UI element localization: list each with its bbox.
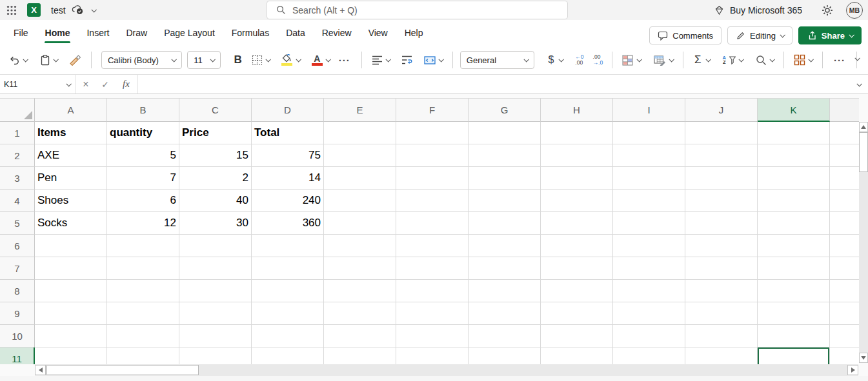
cell-A1[interactable]: Items <box>35 122 107 144</box>
cell-B5[interactable]: 12 <box>107 212 179 235</box>
tab-file[interactable]: File <box>5 21 37 44</box>
tab-data[interactable]: Data <box>278 21 314 44</box>
cell-A4[interactable]: Shoes <box>35 190 107 212</box>
cell-D10[interactable] <box>252 325 324 347</box>
cell-I10[interactable] <box>613 325 685 347</box>
cell-C6[interactable] <box>179 235 252 257</box>
tab-view[interactable]: View <box>360 21 396 44</box>
cell-E9[interactable] <box>324 302 396 325</box>
scroll-up-button[interactable] <box>859 122 868 132</box>
cell-H7[interactable] <box>541 257 613 280</box>
cell-K5[interactable] <box>758 212 830 235</box>
cell-J10[interactable] <box>685 325 758 347</box>
row-header-3[interactable]: 3 <box>0 167 35 190</box>
column-header-C[interactable]: C <box>179 98 252 122</box>
fill-color-button[interactable] <box>279 52 303 68</box>
cell-B10[interactable] <box>107 325 179 347</box>
cell-E6[interactable] <box>324 235 396 257</box>
column-header-F[interactable]: F <box>396 98 469 122</box>
cell-J11[interactable] <box>685 347 758 364</box>
cell-I1[interactable] <box>613 122 685 144</box>
cell-I2[interactable] <box>613 144 685 167</box>
number-format-select[interactable]: General <box>460 51 535 69</box>
row-header-1[interactable]: 1 <box>0 122 35 144</box>
cell-G10[interactable] <box>469 325 541 347</box>
cell-G3[interactable] <box>469 167 541 190</box>
undo-button[interactable] <box>6 52 30 68</box>
cell-A5[interactable]: Socks <box>35 212 107 235</box>
cell-C5[interactable]: 30 <box>179 212 252 235</box>
cell-K2[interactable] <box>758 144 830 167</box>
cell-F3[interactable] <box>396 167 469 190</box>
cell-D4[interactable]: 240 <box>252 190 324 212</box>
cell-C2[interactable]: 15 <box>179 144 252 167</box>
column-header-E[interactable]: E <box>324 98 396 122</box>
wrap-text-button[interactable] <box>399 52 415 68</box>
cell-K7[interactable] <box>758 257 830 280</box>
cell-J2[interactable] <box>685 144 758 167</box>
font-size-select[interactable]: 11 <box>187 51 220 69</box>
row-header-4[interactable]: 4 <box>0 190 35 212</box>
cell-I4[interactable] <box>613 190 685 212</box>
column-header-B[interactable]: B <box>107 98 179 122</box>
cell-I8[interactable] <box>613 280 685 302</box>
currency-format-button[interactable]: $ <box>543 52 565 68</box>
cell-B1[interactable]: quantity <box>107 122 179 144</box>
row-header-11[interactable]: 11 <box>0 347 35 364</box>
cell-J9[interactable] <box>685 302 758 325</box>
cell-H9[interactable] <box>541 302 613 325</box>
cell-A3[interactable]: Pen <box>35 167 107 190</box>
cell-F8[interactable] <box>396 280 469 302</box>
cell-K10[interactable] <box>758 325 830 347</box>
cell-F7[interactable] <box>396 257 469 280</box>
active-cell-K11[interactable] <box>758 347 830 364</box>
cell-I5[interactable] <box>613 212 685 235</box>
cell-B11[interactable] <box>107 347 179 364</box>
cell-E10[interactable] <box>324 325 396 347</box>
cell-J6[interactable] <box>685 235 758 257</box>
cell-J1[interactable] <box>685 122 758 144</box>
cell-D1[interactable]: Total <box>252 122 324 144</box>
column-header-G[interactable]: G <box>469 98 541 122</box>
column-header-D[interactable]: D <box>252 98 324 122</box>
cell-E4[interactable] <box>324 190 396 212</box>
cell-H1[interactable] <box>541 122 613 144</box>
cell-A10[interactable] <box>35 325 107 347</box>
cell-F2[interactable] <box>396 144 469 167</box>
row-header-5[interactable]: 5 <box>0 212 35 235</box>
cell-K9[interactable] <box>758 302 830 325</box>
insert-function-button[interactable]: fx <box>115 75 138 93</box>
cell-C9[interactable] <box>179 302 252 325</box>
sort-filter-button[interactable]: A Z <box>720 53 745 68</box>
formula-input[interactable] <box>138 75 850 93</box>
cell-K6[interactable] <box>758 235 830 257</box>
cell-C1[interactable]: Price <box>179 122 252 144</box>
cell-F11[interactable] <box>396 347 469 364</box>
cell-F4[interactable] <box>396 190 469 212</box>
cell-E3[interactable] <box>324 167 396 190</box>
cell-B2[interactable]: 5 <box>107 144 179 167</box>
title-dropdown-chevron-icon[interactable] <box>91 7 96 12</box>
cell-A6[interactable] <box>35 235 107 257</box>
cell-B6[interactable] <box>107 235 179 257</box>
bold-button[interactable]: B <box>230 52 247 68</box>
cell-H3[interactable] <box>541 167 613 190</box>
paste-button[interactable] <box>37 52 60 68</box>
cell-D8[interactable] <box>252 280 324 302</box>
cell-C7[interactable] <box>179 257 252 280</box>
cell-G7[interactable] <box>469 257 541 280</box>
cell-J8[interactable] <box>685 280 758 302</box>
cell-H10[interactable] <box>541 325 613 347</box>
vertical-scrollbar-thumb[interactable] <box>859 132 868 172</box>
decrease-decimal-button[interactable]: ←0 .00 <box>573 53 585 67</box>
row-header-7[interactable]: 7 <box>0 257 35 280</box>
column-header-A[interactable]: A <box>35 98 107 122</box>
cell-A2[interactable]: AXE <box>35 144 107 167</box>
cell-D7[interactable] <box>252 257 324 280</box>
cell-G9[interactable] <box>469 302 541 325</box>
cell-A9[interactable] <box>35 302 107 325</box>
cell-D3[interactable]: 14 <box>252 167 324 190</box>
cell-I6[interactable] <box>613 235 685 257</box>
column-header-H[interactable]: H <box>541 98 613 122</box>
cell-D9[interactable] <box>252 302 324 325</box>
